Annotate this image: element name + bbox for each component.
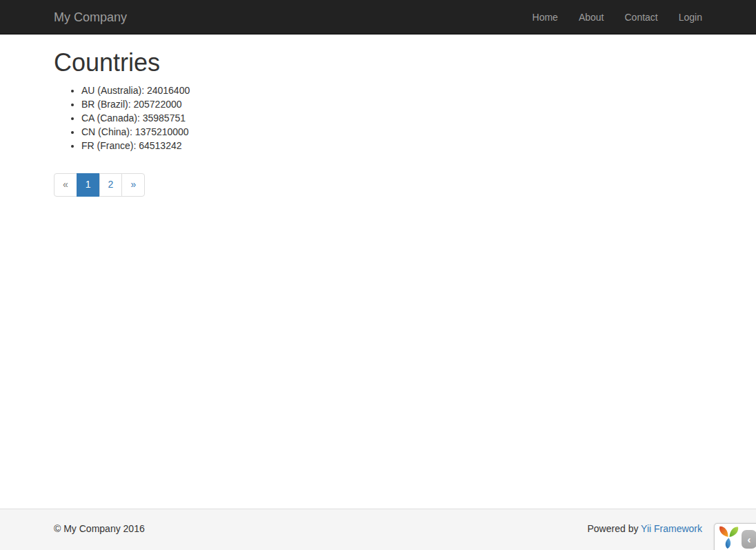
page-title: Countries — [54, 49, 702, 77]
navbar-links: Home About Contact Login — [522, 0, 713, 34]
nav-link-home[interactable]: Home — [522, 0, 568, 35]
footer: © My Company 2016 Powered by Yii Framewo… — [0, 509, 756, 550]
navbar-brand[interactable]: My Company — [54, 0, 137, 34]
powered-by-text: Powered by Yii Framework — [587, 522, 702, 536]
nav-item-home: Home — [522, 0, 568, 34]
pagination-next-button[interactable]: » — [121, 173, 145, 197]
country-list-item: BR (Brazil): 205722000 — [81, 97, 702, 111]
country-list: AU (Australia): 24016400 BR (Brazil): 20… — [54, 84, 702, 153]
powered-by-label: Powered by — [587, 523, 638, 534]
chevron-left-icon: ‹ — [748, 533, 751, 545]
pagination-page-1-button[interactable]: 1 — [77, 173, 100, 197]
nav-item-login: Login — [668, 0, 713, 34]
pagination-prev-button[interactable]: « — [54, 173, 77, 197]
country-list-item: FR (France): 64513242 — [81, 139, 702, 153]
pagination: « 1 2 » — [54, 173, 145, 197]
main-content: Countries AU (Australia): 24016400 BR (B… — [0, 49, 756, 215]
nav-item-about: About — [568, 0, 615, 34]
nav-link-contact[interactable]: Contact — [614, 0, 668, 35]
debug-toolbar-expand-button[interactable]: ‹ — [742, 530, 756, 549]
country-list-item: CN (China): 1375210000 — [81, 125, 702, 139]
yii-framework-link[interactable]: Yii Framework — [641, 523, 702, 534]
navbar: My Company Home About Contact Login — [0, 0, 756, 35]
nav-link-about[interactable]: About — [568, 0, 615, 35]
country-list-item: AU (Australia): 24016400 — [81, 84, 702, 97]
yii-debug-toolbar: ‹ — [714, 523, 756, 550]
pagination-page-2-button[interactable]: 2 — [99, 173, 123, 197]
nav-link-login[interactable]: Login — [668, 0, 713, 35]
yii-logo-icon — [718, 526, 739, 549]
nav-item-contact: Contact — [614, 0, 668, 34]
country-list-item: CA (Canada): 35985751 — [81, 111, 702, 125]
copyright-text: © My Company 2016 — [54, 522, 145, 536]
